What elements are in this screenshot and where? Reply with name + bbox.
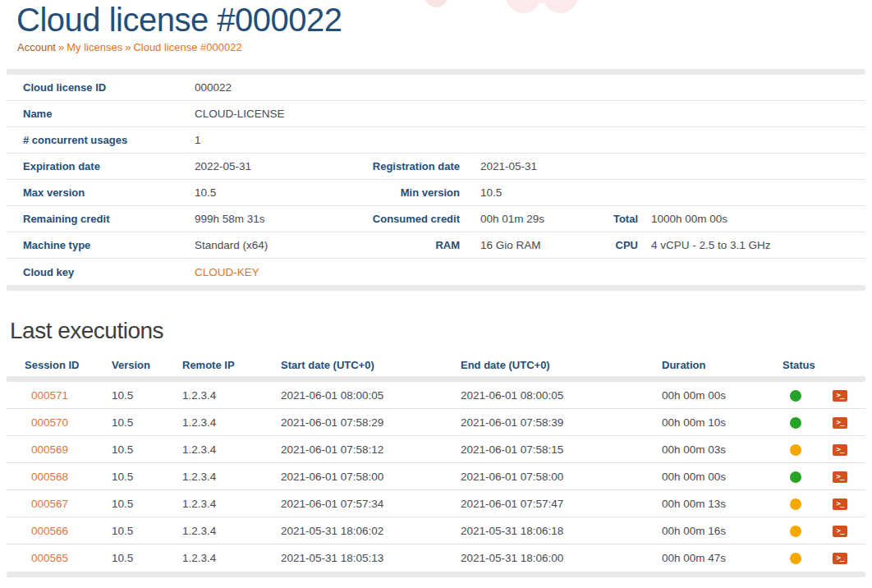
execution-row: 000569 10.5 1.2.3.4 2021-06-01 07:58:12 … xyxy=(7,436,865,463)
column-header-actions xyxy=(817,354,865,376)
detail-label: Cloud key xyxy=(7,259,178,285)
detail-label: Min version xyxy=(367,180,460,206)
session-link[interactable]: 000568 xyxy=(31,471,68,483)
detail-label: Machine type xyxy=(7,232,178,259)
main-content: Cloud license #000022 Account»My license… xyxy=(0,0,872,577)
page-title: Cloud license #000022 xyxy=(7,0,865,39)
status-dot xyxy=(790,526,801,537)
version-cell: 10.5 xyxy=(94,436,164,463)
execution-row: 000570 10.5 1.2.3.4 2021-06-01 07:58:29 … xyxy=(7,409,865,436)
session-link[interactable]: 000569 xyxy=(31,443,68,456)
executions-header-bar xyxy=(7,376,865,382)
detail-value: 000022 xyxy=(178,75,865,101)
breadcrumb-link-account[interactable]: Account xyxy=(17,41,56,53)
detail-value: 999h 58m 31s xyxy=(178,206,367,232)
version-cell: 10.5 xyxy=(94,463,164,490)
end-date-cell: 2021-06-01 07:57:47 xyxy=(438,490,639,517)
breadcrumb-separator: » xyxy=(58,41,64,53)
breadcrumb-current[interactable]: Cloud license #000022 xyxy=(133,41,241,53)
start-date-cell: 2021-06-01 07:58:00 xyxy=(258,463,438,490)
detail-label: Name xyxy=(7,101,178,127)
table-row: Machine type Standard (x64) RAM 16 Gio R… xyxy=(7,232,865,259)
remote-ip-cell: 1.2.3.4 xyxy=(164,517,258,544)
detail-value: 10.5 xyxy=(460,180,865,206)
session-link[interactable]: 000567 xyxy=(31,498,68,510)
execution-row: 000566 10.5 1.2.3.4 2021-05-31 18:06:02 … xyxy=(7,517,865,544)
remote-ip-cell: 1.2.3.4 xyxy=(164,544,258,572)
duration-cell: 00h 00m 10s xyxy=(639,409,758,436)
detail-value: 4 vCPU - 2.5 to 3.1 GHz xyxy=(638,232,865,259)
terminal-icon[interactable]: >_ xyxy=(833,498,847,510)
column-header-duration: Duration xyxy=(639,354,758,376)
executions-header: Session ID Version Remote IP Start date … xyxy=(7,354,865,376)
detail-value: 10.5 xyxy=(178,180,367,206)
detail-label: Expiration date xyxy=(7,154,178,180)
duration-cell: 00h 00m 03s xyxy=(639,436,758,463)
session-link[interactable]: 000570 xyxy=(31,416,68,429)
detail-value: 1000h 00m 00s xyxy=(638,206,865,232)
detail-value: 2022-05-31 xyxy=(178,154,367,180)
license-details-section: Cloud license ID 000022 Name CLOUD-LICEN… xyxy=(7,69,865,291)
column-header-end-date: End date (UTC+0) xyxy=(438,354,639,376)
start-date-cell: 2021-05-31 18:06:02 xyxy=(258,517,438,544)
duration-cell: 00h 00m 47s xyxy=(639,544,758,572)
table-row: Name CLOUD-LICENSE xyxy=(7,101,865,127)
detail-value: 1 xyxy=(178,127,865,154)
version-cell: 10.5 xyxy=(94,409,164,436)
breadcrumb: Account»My licenses»Cloud license #00002… xyxy=(7,41,865,53)
status-dot xyxy=(790,553,801,564)
status-dot xyxy=(790,390,801,402)
remote-ip-cell: 1.2.3.4 xyxy=(164,409,258,436)
duration-cell: 00h 00m 00s xyxy=(639,382,758,409)
terminal-icon[interactable]: >_ xyxy=(833,390,847,402)
status-dot xyxy=(790,417,801,429)
start-date-cell: 2021-06-01 07:58:12 xyxy=(258,436,438,463)
execution-row: 000568 10.5 1.2.3.4 2021-06-01 07:58:00 … xyxy=(7,463,865,490)
detail-label: # concurrent usages xyxy=(7,127,178,154)
version-cell: 10.5 xyxy=(94,517,164,544)
terminal-icon[interactable]: >_ xyxy=(833,553,847,564)
table-row: Remaining credit 999h 58m 31s Consumed c… xyxy=(7,206,865,232)
session-link[interactable]: 000566 xyxy=(31,525,68,537)
table-bottom-bar xyxy=(7,285,865,291)
start-date-cell: 2021-05-31 18:05:13 xyxy=(258,544,438,572)
cloud-key-link[interactable]: CLOUD-KEY xyxy=(195,266,259,278)
terminal-icon[interactable]: >_ xyxy=(833,417,847,429)
table-row: Cloud key CLOUD-KEY xyxy=(7,259,865,285)
end-date-cell: 2021-05-31 18:06:18 xyxy=(438,517,639,544)
detail-value: Standard (x64) xyxy=(178,232,367,259)
remote-ip-cell: 1.2.3.4 xyxy=(164,382,258,409)
detail-label: RAM xyxy=(367,232,460,259)
terminal-icon[interactable]: >_ xyxy=(833,444,847,456)
start-date-cell: 2021-06-01 07:57:34 xyxy=(258,490,438,517)
terminal-icon[interactable]: >_ xyxy=(833,471,847,483)
status-dot xyxy=(790,444,801,456)
breadcrumb-separator: » xyxy=(125,41,131,53)
execution-row: 000565 10.5 1.2.3.4 2021-05-31 18:05:13 … xyxy=(7,544,865,572)
start-date-cell: 2021-06-01 07:58:29 xyxy=(258,409,438,436)
end-date-cell: 2021-05-31 18:06:00 xyxy=(438,544,639,572)
detail-value: 00h 01m 29s xyxy=(460,206,604,232)
executions-title: Last executions xyxy=(7,318,865,344)
detail-value: 2021-05-31 xyxy=(460,154,865,180)
detail-value: CLOUD-KEY xyxy=(178,259,865,285)
version-cell: 10.5 xyxy=(94,382,164,409)
license-details-table: Cloud license ID 000022 Name CLOUD-LICEN… xyxy=(7,75,865,285)
detail-label: Max version xyxy=(7,180,178,206)
breadcrumb-link-my-licenses[interactable]: My licenses xyxy=(67,41,122,53)
end-date-cell: 2021-06-01 07:58:00 xyxy=(438,463,639,490)
start-date-cell: 2021-06-01 08:00:05 xyxy=(258,382,438,409)
executions-header-row: Session ID Version Remote IP Start date … xyxy=(7,354,865,376)
column-header-start-date: Start date (UTC+0) xyxy=(258,354,438,376)
session-link[interactable]: 000565 xyxy=(31,552,68,564)
duration-cell: 00h 00m 16s xyxy=(639,517,758,544)
executions-bottom-bar xyxy=(7,572,865,577)
detail-value: CLOUD-LICENSE xyxy=(178,101,865,127)
status-dot xyxy=(790,498,801,510)
execution-row: 000571 10.5 1.2.3.4 2021-06-01 08:00:05 … xyxy=(7,382,865,409)
duration-cell: 00h 00m 13s xyxy=(639,490,758,517)
session-link[interactable]: 000571 xyxy=(31,389,68,402)
terminal-icon[interactable]: >_ xyxy=(833,526,847,537)
table-row: # concurrent usages 1 xyxy=(7,127,865,154)
executions-section: Session ID Version Remote IP Start date … xyxy=(7,354,865,577)
